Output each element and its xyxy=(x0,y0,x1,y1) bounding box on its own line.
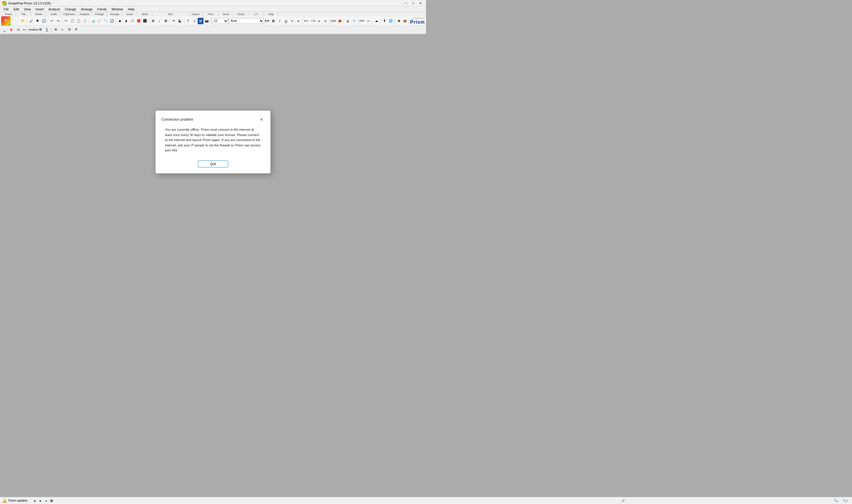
arrange-btn3[interactable]: ⊠ xyxy=(163,18,169,24)
open-file-button[interactable]: 📂 xyxy=(20,18,26,24)
change-btn4[interactable]: 🔴 xyxy=(136,18,142,24)
subscript-button[interactable]: x₂ xyxy=(295,18,302,24)
la-btn1[interactable]: ⬇ xyxy=(382,18,387,24)
titlebar: GraphPad Prism 10.1.0 (316) ─ □ ✕ xyxy=(0,0,426,6)
divider6 xyxy=(149,18,149,24)
menubar: File Edit View Insert Analyze Change Arr… xyxy=(0,6,426,12)
change-btn5[interactable]: ⬛ xyxy=(142,18,148,24)
underline-button[interactable]: U xyxy=(283,18,289,24)
export-btn1[interactable]: EXP xyxy=(330,18,337,24)
section-export-label: Export xyxy=(188,12,203,17)
analysis-btn4[interactable]: 🔃 xyxy=(109,18,115,24)
dialog-footer: Quit xyxy=(162,160,265,167)
print-btn2[interactable]: 📧 xyxy=(351,18,357,24)
send-btn2[interactable]: W xyxy=(365,18,371,24)
font-color-button[interactable]: A▼ xyxy=(264,18,270,24)
divider16 xyxy=(395,18,395,24)
copy-button[interactable]: 📋 xyxy=(70,18,75,24)
export-btn2[interactable]: 📤 xyxy=(337,18,343,24)
draw-btn1[interactable]: ✏ xyxy=(171,18,177,24)
divider-s2 xyxy=(51,26,52,33)
toolbar-labels-row: Prism File Sheet Undo Clipboard Analysis… xyxy=(0,12,426,17)
divider15 xyxy=(380,18,381,24)
text-btn7[interactable]: ⟶ xyxy=(310,18,316,24)
menu-window[interactable]: Window xyxy=(109,7,125,12)
italic-button[interactable]: I xyxy=(277,18,283,24)
normalize-btn[interactable]: ≈ xyxy=(59,26,66,33)
prism-logo-group: P xyxy=(1,16,13,26)
toolbar-row-1: P 📄 📂 🖊 ✱ 🔄 ↩ ↪ ✂ 📋 📋 ⬜ 📊 📈 📉 🔃 ■ ◗ ⬡ 🔴 xyxy=(0,17,426,25)
draw-btn2[interactable]: ⬕ xyxy=(177,18,183,24)
section-print-label: Print xyxy=(203,12,218,17)
divider10 xyxy=(302,18,303,24)
menu-view[interactable]: View xyxy=(22,7,33,12)
analysis-btn3[interactable]: 📉 xyxy=(103,18,109,24)
send-btn1[interactable]: PPT xyxy=(359,18,365,24)
la-btn2[interactable]: 🌐 xyxy=(388,18,394,24)
write-word-button[interactable]: W xyxy=(198,18,203,24)
sheet-delete-button[interactable]: 🗑 xyxy=(8,26,15,33)
dialog-overlay: Connection problem ✕ You are currently o… xyxy=(0,34,426,250)
new-file-button[interactable]: 📄 xyxy=(14,18,20,24)
menu-file[interactable]: File xyxy=(1,7,11,12)
menu-analyze[interactable]: Analyze xyxy=(46,7,62,12)
divider xyxy=(27,18,28,24)
bold-button[interactable]: B xyxy=(270,18,276,24)
menu-help[interactable]: Help xyxy=(125,7,137,12)
divider3 xyxy=(62,18,62,24)
font-size-select[interactable]: 128101416 xyxy=(212,18,228,24)
menu-arrange[interactable]: Arrange xyxy=(79,7,95,12)
write-btn4[interactable]: 📷 xyxy=(204,18,210,24)
analyze-btn2[interactable]: ⊞ xyxy=(37,26,43,33)
sheet-btn3[interactable]: 🔄 xyxy=(41,18,47,24)
undo-button[interactable]: ↩ xyxy=(49,18,55,24)
menu-family[interactable]: Family xyxy=(95,7,109,12)
clipboard-btn4[interactable]: ⬜ xyxy=(82,18,88,24)
write-btn2[interactable]: √ xyxy=(192,18,197,24)
arrange-btn1[interactable]: ⊞ xyxy=(150,18,156,24)
change-btn2[interactable]: ◗ xyxy=(123,18,129,24)
print-button[interactable]: 🖨 xyxy=(345,18,351,24)
transform-btn[interactable]: ⊛ xyxy=(52,26,59,33)
analysis-btn1[interactable]: 📊 xyxy=(90,18,96,24)
align-right-btn[interactable]: ≡ xyxy=(323,18,328,24)
paste-button[interactable]: 📋 xyxy=(76,18,81,24)
arrange-btn2[interactable]: ↕ xyxy=(157,18,162,24)
sheet-add-col-button[interactable]: +| xyxy=(15,26,21,33)
write-btn1[interactable]: T xyxy=(185,18,191,24)
highlight-button[interactable]: 🖊 xyxy=(28,18,34,24)
exclude-btn[interactable]: ✗ xyxy=(73,26,79,33)
menu-edit[interactable]: Edit xyxy=(11,7,22,12)
section-send-label: Send xyxy=(219,12,233,17)
titlebar-title: GraphPad Prism 10.1.0 (316) xyxy=(8,1,403,5)
minimize-button[interactable]: ─ xyxy=(403,1,410,6)
help-btn2[interactable]: 📦 xyxy=(402,18,408,24)
font-name-select[interactable]: ArialTimes New RomanCalibri xyxy=(229,18,264,24)
analysis-btn2[interactable]: 📈 xyxy=(96,18,102,24)
sheet-new-button[interactable]: 📄+ xyxy=(1,26,8,33)
analyze-button[interactable]: Analyze xyxy=(30,26,37,33)
section-la-label: LA xyxy=(249,12,264,17)
maximize-button[interactable]: □ xyxy=(410,1,417,6)
sub-column-btn[interactable]: ⊡ xyxy=(66,26,72,33)
menu-insert[interactable]: Insert xyxy=(33,7,46,12)
change-btn3[interactable]: ⬡ xyxy=(130,18,135,24)
sheet-add-row-button[interactable]: +─ xyxy=(22,26,28,33)
menu-change[interactable]: Change xyxy=(62,7,79,12)
align-btn[interactable]: ≡ xyxy=(316,18,322,24)
dialog-close-button[interactable]: ✕ xyxy=(258,116,265,123)
cut-button[interactable]: ✂ xyxy=(63,18,69,24)
redo-button[interactable]: ↪ xyxy=(55,18,61,24)
superscript-button[interactable]: x² xyxy=(289,18,295,24)
cloud-button[interactable]: ☁ xyxy=(373,18,379,24)
divider5 xyxy=(116,18,116,24)
sheet-btn2[interactable]: ✱ xyxy=(35,18,40,24)
change-btn1[interactable]: ■ xyxy=(117,18,123,24)
divider2 xyxy=(48,18,48,24)
text-btn6[interactable]: ⟵ xyxy=(304,18,309,24)
analyze-btn3[interactable]: ∑ xyxy=(44,26,50,33)
close-button[interactable]: ✕ xyxy=(417,1,424,6)
quit-button[interactable]: Quit xyxy=(198,160,228,167)
prism-branding: GraphPad Prism xyxy=(410,17,425,25)
help-btn1[interactable]: 🎓 xyxy=(396,18,402,24)
